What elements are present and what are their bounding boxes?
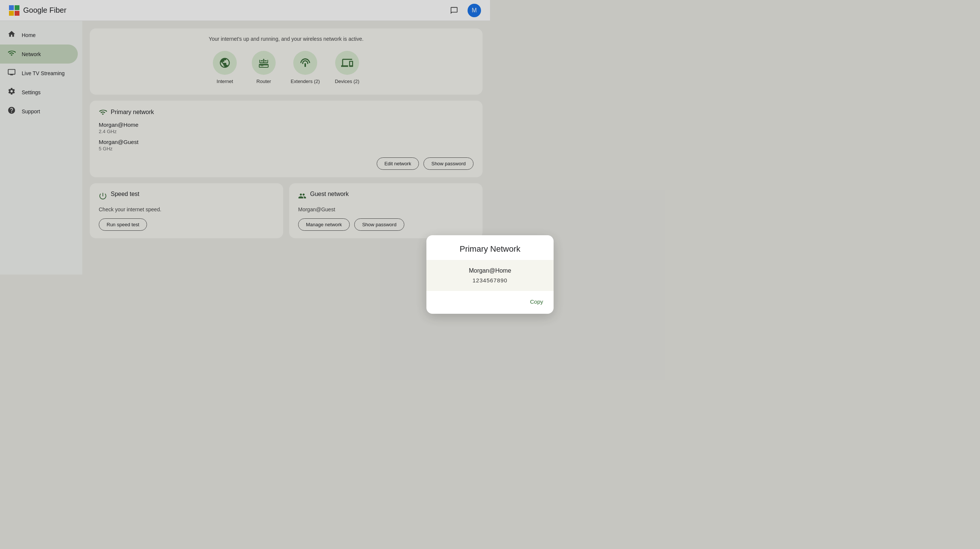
dialog-header: Primary Network <box>426 235 490 260</box>
primary-network-dialog: Primary Network Morgan@Home 1234567890 C… <box>426 235 490 275</box>
dialog-network-name: Morgan@Home <box>435 267 490 274</box>
dialog-title: Primary Network <box>435 244 490 254</box>
dialog-body: Morgan@Home 1234567890 <box>426 260 490 275</box>
modal-overlay[interactable]: Primary Network Morgan@Home 1234567890 C… <box>0 0 490 275</box>
